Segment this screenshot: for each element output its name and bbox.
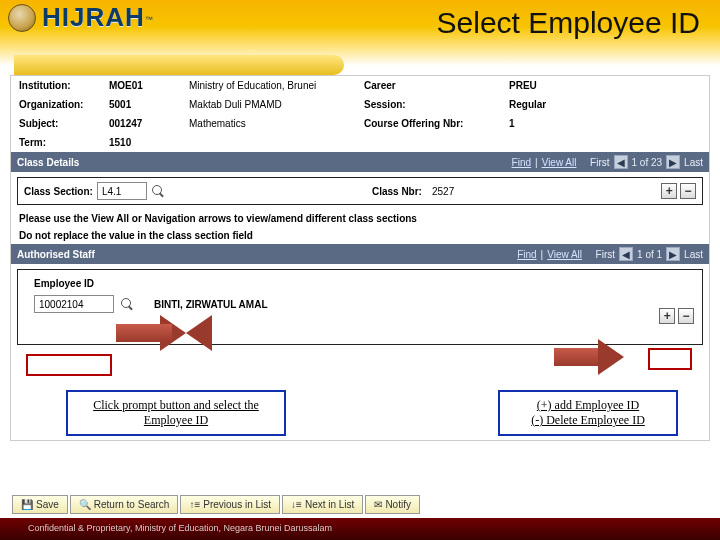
- class-details-title: Class Details: [17, 157, 79, 168]
- employee-id-label: Employee ID: [34, 278, 696, 289]
- brand-text: HIJRAH: [42, 2, 145, 32]
- viewall-link[interactable]: View All: [542, 157, 577, 168]
- label-subject: Subject:: [19, 118, 109, 129]
- find-link[interactable]: Find: [512, 157, 531, 168]
- save-icon: 💾: [21, 499, 33, 510]
- value-organization: 5001: [109, 99, 189, 110]
- auth-staff-title: Authorised Staff: [17, 249, 95, 260]
- page-counter: 1 of 23: [632, 157, 663, 168]
- previous-in-list-button[interactable]: ↑≡Previous in List: [180, 495, 280, 514]
- label-organization: Organization:: [19, 99, 109, 110]
- desc-subject: Mathematics: [189, 118, 364, 129]
- auth-viewall-link[interactable]: View All: [547, 249, 582, 260]
- next-page-button[interactable]: ▶: [666, 155, 680, 169]
- logo: HIJRAH™: [8, 2, 153, 33]
- hint-line-1: Please use the View All or Navigation ar…: [11, 210, 709, 227]
- notify-button[interactable]: ✉Notify: [365, 495, 420, 514]
- auth-last-label: Last: [684, 249, 703, 260]
- info-row-term: Term: 1510: [11, 133, 709, 152]
- add-section-button[interactable]: +: [661, 183, 677, 199]
- label-institution: Institution:: [19, 80, 109, 91]
- class-nbr-value: 2527: [432, 186, 454, 197]
- crest-icon: [8, 4, 36, 32]
- callout-add-remove: (+) add Employee ID (-) Delete Employee …: [498, 390, 678, 436]
- class-details-bar: Class Details Find | View All First ◀ 1 …: [11, 152, 709, 172]
- employee-id-input[interactable]: [34, 295, 114, 313]
- auth-staff-bar: Authorised Staff Find | View All First ◀…: [11, 244, 709, 264]
- form-panel: Institution: MOE01 Ministry of Education…: [10, 75, 710, 441]
- value-career: PREU: [509, 80, 537, 91]
- last-label: Last: [684, 157, 703, 168]
- up-arrow-icon: ↑≡: [189, 499, 200, 510]
- label-session: Session:: [364, 99, 509, 110]
- class-section-lookup-icon[interactable]: [151, 184, 165, 198]
- down-arrow-icon: ↓≡: [291, 499, 302, 510]
- info-row-institution: Institution: MOE01 Ministry of Education…: [11, 76, 709, 95]
- value-term: 1510: [109, 137, 189, 148]
- class-details-nav: Find | View All First ◀ 1 of 23 ▶ Last: [512, 155, 703, 169]
- add-employee-button[interactable]: +: [659, 308, 675, 324]
- hint-line-2: Do not replace the value in the class se…: [11, 227, 709, 244]
- pill-accent: [14, 55, 344, 75]
- delete-section-button[interactable]: −: [680, 183, 696, 199]
- prev-page-button[interactable]: ◀: [614, 155, 628, 169]
- value-course-offering: 1: [509, 118, 515, 129]
- highlight-employee-id: [26, 354, 112, 376]
- search-icon: 🔍: [79, 499, 91, 510]
- value-session: Regular: [509, 99, 546, 110]
- desc-institution: Ministry of Education, Brunei: [189, 80, 364, 91]
- footer-toolbar: 💾Save 🔍Return to Search ↑≡Previous in Li…: [12, 495, 420, 514]
- class-section-input[interactable]: [97, 182, 147, 200]
- info-row-organization: Organization: 5001 Maktab Duli PMAMD Ses…: [11, 95, 709, 114]
- class-section-label: Class Section:: [24, 186, 93, 197]
- auth-next-button[interactable]: ▶: [666, 247, 680, 261]
- save-button[interactable]: 💾Save: [12, 495, 68, 514]
- label-career: Career: [364, 80, 509, 91]
- first-label: First: [590, 157, 609, 168]
- value-subject: 001247: [109, 118, 189, 129]
- info-row-subject: Subject: 001247 Mathematics Course Offer…: [11, 114, 709, 133]
- auth-prev-button[interactable]: ◀: [619, 247, 633, 261]
- label-term: Term:: [19, 137, 109, 148]
- auth-page-counter: 1 of 1: [637, 249, 662, 260]
- employee-id-lookup-icon[interactable]: [120, 297, 134, 311]
- arrow-to-add-remove: [554, 339, 624, 375]
- return-to-search-button[interactable]: 🔍Return to Search: [70, 495, 179, 514]
- next-in-list-button[interactable]: ↓≡Next in List: [282, 495, 363, 514]
- slide-title: Select Employee ID: [437, 6, 700, 40]
- delete-employee-button[interactable]: −: [678, 308, 694, 324]
- value-institution: MOE01: [109, 80, 189, 91]
- desc-organization: Maktab Duli PMAMD: [189, 99, 364, 110]
- auth-first-label: First: [596, 249, 615, 260]
- employee-name: BINTI, ZIRWATUL AMAL: [154, 299, 268, 310]
- class-section-box: Class Section: Class Nbr: 2527 + −: [17, 177, 703, 205]
- confidential-footer: Confidential & Proprietary, Ministry of …: [0, 518, 720, 540]
- highlight-add-remove: [648, 348, 692, 370]
- slide-header: HIJRAH™ Select Employee ID: [0, 0, 720, 66]
- auth-staff-nav: Find | View All First ◀ 1 of 1 ▶ Last: [517, 247, 703, 261]
- arrow-to-employee-id: [116, 315, 206, 351]
- callout-employee-prompt: Click prompt button and select the Emplo…: [66, 390, 286, 436]
- label-course-offering: Course Offering Nbr:: [364, 118, 509, 129]
- tm-mark: ™: [145, 15, 153, 24]
- auth-find-link[interactable]: Find: [517, 249, 536, 260]
- class-nbr-label: Class Nbr:: [372, 186, 422, 197]
- notify-icon: ✉: [374, 499, 382, 510]
